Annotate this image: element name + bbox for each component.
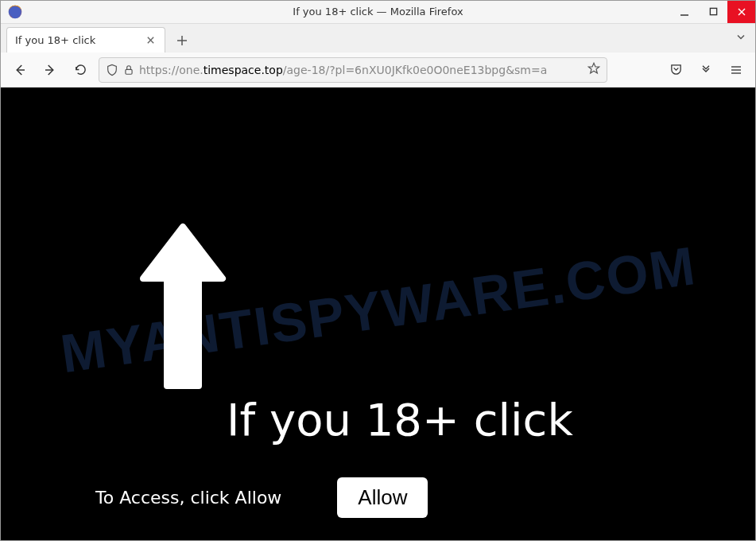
reload-button[interactable]	[68, 58, 92, 82]
minimize-button[interactable]	[670, 0, 699, 23]
toolbar-right	[664, 58, 748, 82]
pocket-icon[interactable]	[664, 58, 688, 82]
window-title: If you 18+ click — Mozilla Firefox	[293, 6, 463, 18]
access-subtext: To Access, click Allow	[95, 488, 281, 508]
lock-icon[interactable]	[123, 64, 134, 76]
shield-icon[interactable]	[106, 64, 118, 76]
overflow-icon[interactable]	[694, 58, 718, 82]
tabs-dropdown-button[interactable]	[735, 32, 746, 45]
nav-toolbar: https://one.timespace.top/age-18/?pl=6nX…	[0, 53, 756, 88]
tab-active[interactable]: If you 18+ click	[6, 27, 165, 53]
tab-close-icon[interactable]	[145, 34, 157, 47]
url-bar[interactable]: https://one.timespace.top/age-18/?pl=6nX…	[99, 57, 607, 83]
page-headline: If you 18+ click	[227, 394, 573, 446]
close-button[interactable]	[727, 0, 756, 23]
bookmark-star-icon[interactable]	[587, 62, 600, 77]
firefox-icon	[6, 3, 24, 21]
new-tab-button[interactable]	[170, 29, 194, 53]
tab-label: If you 18+ click	[15, 34, 95, 46]
page-content: MYANTISPYWARE.COM If you 18+ click To Ac…	[0, 88, 756, 541]
forward-button[interactable]	[38, 58, 62, 82]
svg-rect-11	[126, 69, 132, 74]
maximize-button[interactable]	[699, 0, 727, 23]
window-controls	[670, 0, 756, 23]
access-row: To Access, click Allow Allow	[95, 477, 428, 518]
back-button[interactable]	[8, 58, 32, 82]
url-text: https://one.timespace.top/age-18/?pl=6nX…	[139, 64, 583, 76]
svg-rect-2	[710, 8, 716, 14]
window-titlebar: If you 18+ click — Mozilla Firefox	[0, 0, 756, 24]
hamburger-menu-icon[interactable]	[724, 58, 748, 82]
tab-strip: If you 18+ click	[0, 24, 756, 53]
allow-button[interactable]: Allow	[337, 477, 428, 518]
up-arrow-icon	[135, 215, 231, 401]
